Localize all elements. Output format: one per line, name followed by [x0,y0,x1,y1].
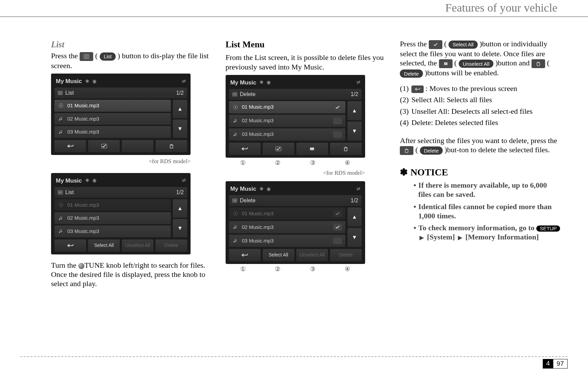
scroll-up: ▲ [173,199,187,218]
row-icon [58,216,64,221]
screen-title: My Music✱◉⇄ [54,176,187,187]
toolbar-button [156,140,187,152]
notice-item: If there is memory available, up to 6,00… [413,181,561,199]
notice-label: NOTICE [410,167,448,177]
text: Delete: Deletes selected files [411,118,498,127]
col1-p1: Press the ( List ) button to dis-play th… [51,51,212,70]
row-icon [232,132,239,137]
list-item: (4)Delete: Deletes selected files [400,118,561,127]
text: but-ton to delete the selected files. [447,145,550,154]
page-indicator: 1/2 [350,91,358,98]
scroll-up: ▲ [347,207,362,226]
select-all-button: Select All [88,239,120,252]
screen-title: My Music✱◉⇄ [229,78,362,89]
scroll-arrows: ▲▼ [347,101,362,141]
notice-body: If there is memory available, up to 6,00… [400,181,561,242]
trash-icon [400,146,413,155]
notice-star-icon: ✽ [400,167,410,177]
list-pill: List [100,52,116,61]
file-list: 01 Music.mp302 Music.mp303 Music.mp3▲▼ [229,101,362,141]
text: Unsellet All: Deselects all select-ed fi… [411,107,533,116]
page-indicator: 1/2 [176,90,184,96]
checkbox [333,104,342,111]
scroll-up: ▲ [173,100,187,118]
callout-3: ③ [310,159,315,167]
svg-rect-38 [537,63,540,66]
text: buttons will be enabled. [427,68,499,77]
delete-pill: Delete [400,69,423,78]
scroll-up: ▲ [347,101,362,120]
toolbar-button [229,143,261,155]
file-name: 03 Music.mp3 [67,129,99,135]
notice-heading: ✽ NOTICE [400,167,561,178]
row-icon [58,116,64,121]
callout-3b: ③ [310,265,315,273]
infotainment-screenshot: My Music✱◉⇄Delete1/201 Music.mp302 Music… [226,75,365,158]
file-row: 03 Music.mp3 [229,235,345,247]
col2-p1: From the List screen, it is possible to … [226,53,387,72]
scroll-arrows: ▲▼ [173,199,187,237]
caption-rds-2: <for RDS model> [226,169,365,176]
shuffle-icon: ⇄ [357,80,360,85]
check-icon [429,40,442,49]
back-icon [411,85,424,93]
callout-1b: ① [240,265,246,273]
row-icon [232,211,239,216]
callouts-row-2: ① ② ③ ④ [226,265,365,273]
file-name: 03 Music.mp3 [242,238,274,244]
label: (1) [400,84,409,93]
page-indicator: 1/2 [176,189,184,196]
file-row: 01 Music.mp3 [229,207,345,220]
row-icon [232,119,239,123]
text: After selecting the files you want to de… [400,136,557,145]
col-3: Press the ( Select All )button or indivi… [400,39,561,347]
text: button and [498,59,530,67]
file-list: 01 Music.mp302 Music.mp303 Music.mp3▲▼ [54,100,187,138]
infotainment-screenshot: My Music✱◉⇄List1/201 Music.mp302 Music.m… [51,173,191,254]
toolbar [229,143,362,155]
list-header: List1/2 [54,88,187,98]
text: : Moves to the previous screen [411,84,517,93]
row-icon [58,130,64,135]
main-columns: List Press the ( List ) button to dis-pl… [51,39,561,347]
file-list: 01 Music.mp302 Music.mp303 Music.mp3▲▼ [54,199,187,237]
svg-rect-28 [344,148,347,151]
checkbox [333,210,342,217]
label: (3) [400,107,409,116]
file-name: 01 Music.mp3 [67,202,99,208]
checkbox [333,224,342,231]
toolbar-button [122,140,153,152]
notice-item: Identical files cannot be copied more th… [413,202,561,221]
toolbar: Select AllUnselect AllDelete [54,239,187,252]
caption-rds-1: <for RDS model> [51,158,191,165]
file-name: 02 Music.mp3 [242,118,274,124]
checkbox [333,237,342,244]
toolbar-button [263,143,294,155]
shuffle-icon: ⇄ [357,186,360,192]
select-all-pill: Select All [448,41,478,49]
infotainment-screenshot: My Music✱◉⇄Delete1/201 Music.mp302 Music… [226,181,365,264]
notice-item: To check memory information, go to SETUP… [413,223,561,242]
file-name: 01 Music.mp3 [242,210,274,217]
screen-title: My Music✱◉⇄ [229,185,362,195]
page-indicator: 1/2 [350,197,358,204]
select-all-button: Select All [263,249,294,261]
toolbar-button [330,143,362,155]
unselect-all-pill: Unselect All [459,60,493,68]
file-row: 02 Music.mp3 [229,115,345,127]
checkbox [333,118,342,124]
text: Press the [400,40,428,48]
setup-pill: SETUP [536,225,560,232]
trash-icon [532,59,545,68]
callout-1: ① [240,159,246,167]
rect-icon [439,59,453,68]
file-row: 02 Music.mp3 [54,113,171,125]
text: [Memory Information] [466,233,539,241]
callout-2b: ② [275,265,280,273]
delete-pill: Delete [420,146,443,155]
file-row: 01 Music.mp3 [54,199,171,211]
label: (4) [400,118,409,127]
back-button [229,249,261,261]
section-no: 4 [543,359,553,369]
file-name: 01 Music.mp3 [67,103,99,109]
